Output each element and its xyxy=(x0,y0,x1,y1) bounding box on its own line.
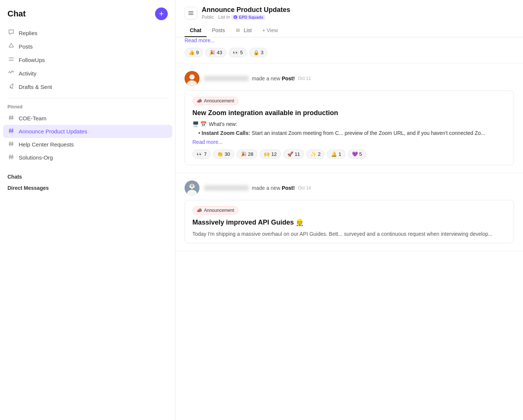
list-view-button[interactable] xyxy=(185,7,197,19)
posts-icon xyxy=(7,43,15,50)
dm-section-label: Direct Messages xyxy=(0,181,175,192)
message2-action-strong: Post! xyxy=(282,75,295,81)
sidebar-title: Chat xyxy=(7,9,26,19)
bullet-zoom-calls: Instant Zoom Calls: Start an instant Zoo… xyxy=(192,130,506,136)
subtitle-list: List in xyxy=(218,15,230,20)
reaction-sparkles[interactable]: ✨ 2 xyxy=(306,149,325,159)
followups-label: FollowUps xyxy=(19,57,45,63)
svg-line-1 xyxy=(12,115,12,120)
posts-label: Posts xyxy=(19,43,33,50)
sidebar-item-posts[interactable]: Posts xyxy=(3,40,172,53)
api-partial-text: Today I'm shipping a massive overhaul on… xyxy=(192,231,506,237)
hash-icon-announce xyxy=(7,128,15,135)
post-card-zoom: 📣 Announcement New Zoom integration avai… xyxy=(185,90,514,165)
tab-posts[interactable]: Posts xyxy=(207,24,230,37)
sidebar-item-replies[interactable]: Replies xyxy=(3,26,172,40)
hash-icon-help xyxy=(7,141,15,148)
hash-icon-solutions xyxy=(7,154,15,161)
reaction-party2[interactable]: 🎉 28 xyxy=(236,149,257,159)
svg-line-12 xyxy=(10,155,10,159)
sidebar-item-activity[interactable]: Activity xyxy=(3,67,172,80)
main-subtitle: Public · List in E EPD Squads xyxy=(202,15,290,20)
message3-meta-row: made a new Post! Oct 14 xyxy=(204,185,311,191)
replies-icon xyxy=(7,29,15,37)
reaction-thumbsup[interactable]: 👍 9 xyxy=(185,48,203,57)
partial-top-message: Read more... 👍 9 🎉 43 👀 5 🔒 3 xyxy=(176,37,523,64)
message2-meta: made a new Post! Oct 11 xyxy=(204,75,311,81)
sidebar: Chat + Replies Posts xyxy=(0,0,176,420)
announcement-icon-zoom: 📣 xyxy=(196,98,202,104)
tab-chat-label: Chat xyxy=(190,27,201,33)
announcement-label-zoom: Announcement xyxy=(204,98,234,104)
message3-meta: made a new Post! Oct 14 xyxy=(204,185,311,191)
whats-new-text: What's new: xyxy=(209,121,237,127)
announcement-label-api: Announcement xyxy=(204,208,234,213)
sidebar-item-solutions-org[interactable]: Solutions-Org xyxy=(3,151,172,164)
message2-action: made a new Post! xyxy=(252,75,295,81)
announcement-badge-zoom: 📣 Announcement xyxy=(192,97,238,105)
bullet-strong-zoom: Instant Zoom Calls: xyxy=(202,130,250,136)
top-read-more-link[interactable]: Read more... xyxy=(185,37,514,43)
message3-date: Oct 14 xyxy=(298,185,311,191)
svg-text:E: E xyxy=(235,16,236,19)
reaction-rocket[interactable]: 🚀 11 xyxy=(283,149,304,159)
message3-action-strong: Post! xyxy=(282,185,295,191)
chats-section-label: Chats xyxy=(0,170,175,181)
coe-team-label: COE-Team xyxy=(19,115,46,121)
followups-icon xyxy=(7,56,15,64)
message-api-guides: made a new Post! Oct 14 📣 Announcement M… xyxy=(176,173,523,251)
message2-meta-row: made a new Post! Oct 11 xyxy=(204,75,311,81)
svg-line-0 xyxy=(10,115,10,120)
avatar-msg2 xyxy=(185,71,199,86)
sidebar-item-announce-product-updates[interactable]: Announce Product Updates xyxy=(3,125,172,138)
reaction-purple-heart[interactable]: 💜 5 xyxy=(348,149,366,159)
reaction-lock-count: 3 xyxy=(261,50,263,55)
svg-line-5 xyxy=(12,129,12,133)
message3-action: made a new Post! xyxy=(252,185,295,191)
reaction-party-count: 43 xyxy=(217,50,222,55)
message2-date: Oct 11 xyxy=(298,76,311,81)
main-header-top: Announce Product Updates Public · List i… xyxy=(185,6,514,20)
read-more-zoom[interactable]: Read more... xyxy=(192,139,506,145)
reaction-party[interactable]: 🎉 43 xyxy=(205,48,226,57)
sidebar-item-followups[interactable]: FollowUps xyxy=(3,53,172,67)
activity-icon xyxy=(7,70,15,77)
main-title: Announce Product Updates xyxy=(202,6,290,14)
tab-list[interactable]: List xyxy=(230,24,257,37)
tab-add-view[interactable]: + View xyxy=(257,24,283,37)
reaction-eyes-emoji: 👀 xyxy=(233,50,239,55)
subtitle-dot: · xyxy=(216,15,217,20)
tab-list-label: List xyxy=(244,27,252,33)
reaction-thumbsup-count: 9 xyxy=(196,50,199,55)
message2-header: made a new Post! Oct 11 xyxy=(185,71,514,86)
main-title-block: Announce Product Updates Public · List i… xyxy=(202,6,290,20)
tab-chat[interactable]: Chat xyxy=(185,24,207,37)
activity-label: Activity xyxy=(19,70,37,77)
svg-point-30 xyxy=(191,184,194,187)
tab-add-view-label: + View xyxy=(262,27,278,33)
chat-content: Read more... 👍 9 🎉 43 👀 5 🔒 3 xyxy=(176,37,523,420)
sidebar-item-help-center[interactable]: Help Center Requests xyxy=(3,138,172,151)
reaction-eyes[interactable]: 👀 5 xyxy=(229,48,247,57)
announcement-icon-api: 📣 xyxy=(196,208,202,213)
sidebar-header: Chat + xyxy=(0,0,175,26)
reaction-eyes2[interactable]: 👀 7 xyxy=(192,149,211,159)
main-content: Announce Product Updates Public · List i… xyxy=(176,0,523,420)
svg-line-4 xyxy=(10,129,10,133)
zoom-reactions: 👀 7 👏 30 🎉 28 🙌 12 xyxy=(192,149,506,159)
announcement-badge-api: 📣 Announcement xyxy=(192,206,238,214)
add-button[interactable]: + xyxy=(155,7,168,20)
reaction-raised-hands[interactable]: 🙌 12 xyxy=(260,149,281,159)
username3-blur xyxy=(204,185,249,191)
svg-rect-32 xyxy=(193,188,194,189)
reaction-bell[interactable]: 🔔 1 xyxy=(327,149,345,159)
reaction-clap[interactable]: 👏 30 xyxy=(213,149,234,159)
sidebar-item-drafts[interactable]: Drafts & Sent xyxy=(3,80,172,93)
pinned-section-label: Pinned xyxy=(0,103,175,112)
tab-posts-label: Posts xyxy=(212,27,225,33)
post-card-api: 📣 Announcement Massively improved API Gu… xyxy=(185,200,514,243)
main-header: Announce Product Updates Public · List i… xyxy=(176,0,523,37)
reaction-lock[interactable]: 🔒 3 xyxy=(249,48,267,57)
sidebar-item-coe-team[interactable]: COE-Team xyxy=(3,112,172,125)
drafts-label: Drafts & Sent xyxy=(19,84,52,90)
